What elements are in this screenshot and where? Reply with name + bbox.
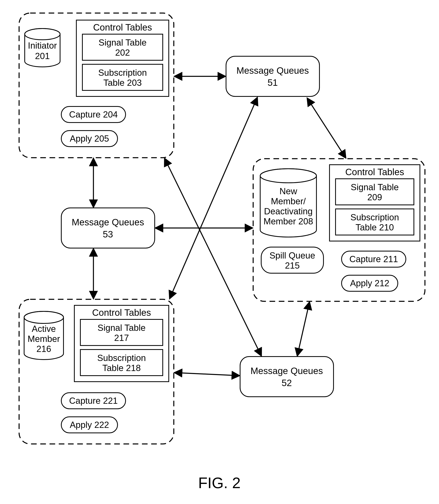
active-member-line3: 216 (36, 344, 51, 354)
mq53-line1: Message Queues (72, 217, 144, 228)
subscription-table-203-line1: Subscription (98, 68, 147, 78)
mq53-line2: 53 (103, 229, 113, 240)
arrow-bottom-mq51 (170, 98, 257, 298)
cylinder-active-member: Active Member 216 (24, 311, 63, 360)
group-new-member: New Member/ Deactivating Member 208 Cont… (253, 159, 425, 301)
new-member-line3: Deactivating (264, 206, 313, 216)
figure-label: FIG. 2 (198, 474, 241, 491)
control-tables-bottom-label: Control Tables (92, 307, 151, 318)
capture-204-label: Capture 204 (69, 109, 118, 119)
signal-table-202-line1: Signal Table (99, 37, 147, 48)
message-queues-52: Message Queues 52 (240, 357, 333, 397)
subscription-table-218-line2: Table 218 (102, 363, 141, 373)
initiator-label-line2: 201 (35, 51, 50, 61)
active-member-line1: Active (32, 324, 56, 334)
cylinder-new-member: New Member/ Deactivating Member 208 (260, 169, 317, 237)
spill-queue-line2: 215 (285, 261, 300, 270)
signal-table-217-line1: Signal Table (98, 323, 146, 333)
group-initiator: Initiator 201 Control Tables Signal Tabl… (19, 13, 174, 158)
mq51-line2: 51 (268, 77, 278, 88)
capture-211-label: Capture 211 (349, 254, 398, 264)
group-active-member: Active Member 216 Control Tables Signal … (19, 299, 174, 444)
diagram-canvas: Initiator 201 Control Tables Signal Tabl… (0, 0, 439, 504)
mq51-line1: Message Queues (236, 65, 309, 76)
new-member-line2: Member/ (271, 196, 306, 206)
cylinder-initiator: Initiator 201 (25, 28, 60, 67)
subscription-table-218-line1: Subscription (97, 353, 146, 363)
message-queues-53: Message Queues 53 (61, 208, 155, 248)
capture-221-label: Capture 221 (69, 396, 118, 406)
arrow-bottom-mq52 (175, 373, 239, 376)
svg-rect-14 (240, 357, 333, 397)
apply-212-label: Apply 212 (350, 278, 389, 288)
mq52-line1: Message Queues (251, 366, 323, 376)
svg-rect-6 (226, 56, 319, 96)
subscription-table-210-line2: Table 210 (356, 222, 394, 232)
signal-table-217-line2: 217 (114, 333, 129, 343)
control-tables-top: Control Tables Signal Table 202 Subscrip… (76, 20, 169, 96)
mq52-line2: 52 (281, 378, 292, 388)
subscription-table-203-line2: Table 203 (103, 78, 142, 88)
svg-rect-7 (61, 208, 155, 248)
spill-queue-line1: Spill Queue (269, 251, 315, 260)
signal-table-202-line2: 202 (115, 48, 130, 58)
apply-222-label: Apply 222 (70, 420, 109, 430)
signal-table-209-line2: 209 (367, 192, 382, 202)
control-tables-top-label: Control Tables (93, 22, 152, 33)
initiator-label-line1: Initiator (28, 41, 57, 50)
new-member-line1: New (280, 186, 297, 196)
arrow-top-mq52 (165, 159, 261, 356)
control-tables-right-label: Control Tables (345, 167, 404, 177)
subscription-table-210-line1: Subscription (350, 212, 399, 222)
message-queues-51: Message Queues 51 (226, 56, 319, 96)
signal-table-209-line1: Signal Table (351, 182, 399, 192)
apply-205-label: Apply 205 (70, 133, 109, 144)
arrow-mq51-right (307, 98, 346, 158)
control-tables-bottom: Control Tables Signal Table 217 Subscrip… (74, 305, 169, 382)
control-tables-right: Control Tables Signal Table 209 Subscrip… (329, 165, 420, 241)
arrow-right-mq52 (297, 302, 309, 356)
active-member-line2: Member (27, 334, 60, 344)
new-member-line4: Member 208 (263, 216, 313, 226)
